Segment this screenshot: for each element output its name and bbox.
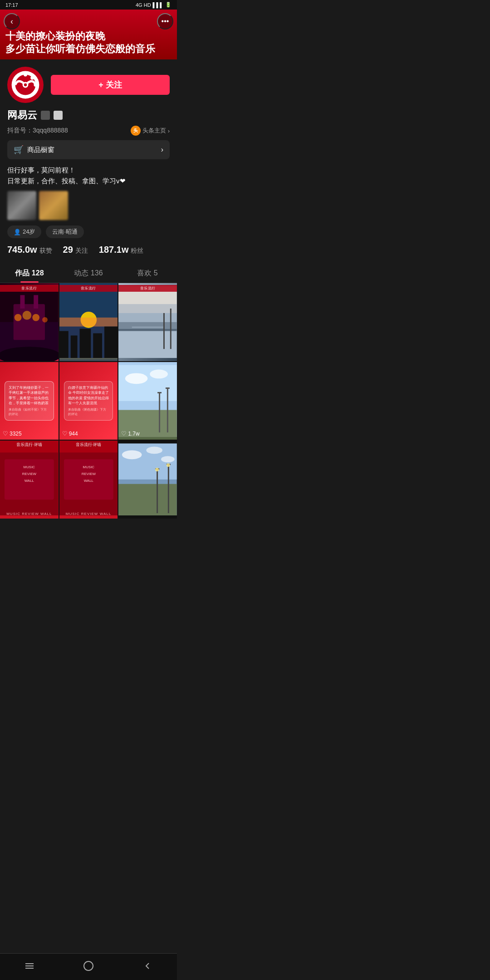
likes-count: 745.0w	[7, 245, 37, 255]
grid-item-4[interactable]: 又到了年抱锤炒栗子，一手烤红薯一手冰糖葫芦的季节，真希望一抬头你也在，手里捧着一…	[0, 362, 59, 440]
heart-icon-4: ♡	[3, 430, 8, 437]
likes-label: 获赞	[39, 247, 52, 255]
grid-item-6[interactable]: ♡ 1.7w	[118, 362, 177, 440]
profile-top: + 关注	[7, 67, 170, 103]
content-grid: 音乐流行 音乐流行	[0, 283, 177, 519]
svg-rect-26	[104, 327, 118, 358]
followers-label: 粉丝	[131, 247, 143, 255]
svg-text:REVIEW: REVIEW	[81, 472, 96, 476]
douyin-id-row: 抖音号：3qqq888888 头 头条主页 ›	[7, 126, 170, 136]
username-row: 网易云	[7, 108, 170, 122]
toutiao-icon: 头	[131, 126, 141, 136]
svg-point-37	[125, 373, 147, 384]
tab-dynamic[interactable]: 动态 136	[59, 262, 118, 283]
shop-label: 商品橱窗	[27, 146, 54, 154]
tags-row: 👤 24岁 云南·昭通	[7, 225, 170, 238]
blurred-image-2	[39, 191, 68, 220]
age-tag: 👤 24岁	[7, 225, 41, 238]
svg-point-3	[24, 73, 27, 77]
svg-rect-31	[132, 327, 163, 328]
bio-line2: 日常更新，合作、投稿、拿图、学习v❤	[7, 176, 170, 186]
svg-rect-32	[118, 304, 177, 322]
location-tag: 云南·昭通	[46, 225, 84, 238]
profile-section: + 关注 网易云 抖音号：3qqq888888 头 头条主页 › 🛒 商品橱窗 …	[0, 59, 177, 262]
following-label: 关注	[75, 247, 88, 255]
tab-works[interactable]: 作品 128	[0, 262, 59, 283]
like-count-4: ♡ 3325	[3, 430, 22, 437]
tab-likes[interactable]: 喜欢 5	[118, 262, 177, 283]
music-review-label-7: 音乐流行·评墙	[0, 441, 59, 449]
svg-point-14	[15, 314, 22, 321]
svg-point-60	[161, 456, 175, 462]
followers-stat[interactable]: 187.1w 粉丝	[99, 245, 144, 255]
douyin-id: 抖音号：3qqq888888	[7, 127, 68, 135]
shop-window[interactable]: 🛒 商品橱窗 ›	[7, 140, 170, 159]
status-icons: 4G HD ▌▌▌ 🔋	[136, 2, 172, 8]
grid-item-5[interactable]: 白嫖子故意下南疆许仙的伞 牛郎经织女洗澡拿走了他的衣裳 爱情的开始总得有一个人先…	[59, 362, 118, 440]
svg-rect-25	[93, 333, 102, 358]
night-highway-thumbnail	[118, 441, 177, 519]
music-label-3: 音乐流行	[118, 285, 177, 292]
like-count-5: ♡ 944	[62, 430, 78, 437]
netease-logo	[7, 67, 44, 103]
svg-rect-11	[14, 304, 45, 340]
follow-button[interactable]: + 关注	[51, 75, 170, 95]
svg-text:MUSIC: MUSIC	[83, 465, 94, 469]
svg-point-66	[155, 468, 159, 471]
svg-rect-41	[157, 392, 162, 393]
svg-point-59	[147, 447, 163, 454]
likes-stat: 745.0w 获赞	[7, 245, 52, 255]
svg-point-17	[42, 317, 48, 323]
svg-rect-40	[159, 392, 160, 432]
svg-rect-42	[167, 387, 168, 432]
followers-count: 187.1w	[99, 245, 129, 255]
svg-point-4	[30, 76, 34, 80]
avatar-container	[7, 67, 44, 103]
username: 网易云	[7, 108, 37, 122]
bio-line1: 但行好事，莫问前程！	[7, 165, 170, 176]
svg-rect-22	[59, 331, 69, 358]
verified-badge-white	[54, 111, 63, 120]
shop-chevron: ›	[161, 146, 163, 154]
following-count: 29	[63, 245, 73, 255]
network-indicator: 4G HD	[136, 2, 151, 8]
svg-rect-62	[157, 468, 158, 513]
music-review-label-8: 音乐流行·评墙	[59, 441, 118, 449]
verified-badge-gray	[41, 111, 50, 120]
following-stat[interactable]: 29 关注	[63, 245, 88, 255]
svg-rect-30	[118, 329, 177, 331]
grid-item-7[interactable]: 音乐流行·评墙 MUSIC REVIEW WALL MUSIC REVIEW W…	[0, 441, 59, 519]
like-count-6: ♡ 1.7w	[121, 430, 139, 437]
grid-item-9[interactable]	[118, 441, 177, 519]
stats-row: 745.0w 获赞 29 关注 187.1w 粉丝	[7, 245, 170, 262]
grid-item-3[interactable]: 音乐流行	[118, 283, 177, 361]
status-bar: 17:17 4G HD ▌▌▌ 🔋	[0, 0, 177, 10]
video-banner: ‹ 十美的撩心装扮的夜晚 多少苗让你听着仿佛失恋般的音乐 •••	[0, 10, 177, 59]
grid-item-2[interactable]: 音乐流行	[59, 283, 118, 361]
text-card-2: 白嫖子故意下南疆许仙的伞 牛郎经织女洗澡拿走了他的衣裳 爱情的开始总得有一个人先…	[64, 381, 113, 420]
svg-point-16	[32, 314, 39, 321]
text-card-1: 又到了年抱锤炒栗子，一手烤红薯一手冰糖葫芦的季节，真希望一抬头你也在，手里捧着一…	[5, 381, 54, 420]
toutiao-link[interactable]: 头 头条主页 ›	[131, 126, 170, 136]
bio: 但行好事，莫问前程！ 日常更新，合作、投稿、拿图、学习v❤	[7, 165, 170, 186]
svg-point-58	[122, 451, 142, 460]
svg-text:MUSIC: MUSIC	[24, 465, 35, 469]
grid-item-8[interactable]: 音乐流行·评墙 MUSIC REVIEW WALL MUSIC REVIEW W…	[59, 441, 118, 519]
time: 17:17	[5, 2, 18, 8]
blurred-images	[7, 191, 170, 220]
music-review-sublabel-8: MUSIC REVIEW WALL	[59, 512, 118, 516]
svg-rect-21	[59, 318, 118, 327]
svg-rect-64	[168, 464, 169, 513]
music-review-thumb-1: MUSIC REVIEW WALL	[0, 441, 59, 519]
more-button[interactable]: •••	[157, 13, 173, 29]
signal-icon: ▌▌▌	[153, 2, 163, 8]
shop-icon: 🛒	[14, 145, 24, 155]
person-icon: 👤	[14, 229, 21, 235]
svg-text:REVIEW: REVIEW	[22, 472, 37, 476]
music-review-thumb-2: MUSIC REVIEW WALL	[59, 441, 118, 519]
back-button[interactable]: ‹	[4, 13, 20, 29]
svg-rect-34	[170, 309, 172, 349]
grid-item-1[interactable]: 音乐流行	[0, 283, 59, 361]
svg-point-38	[150, 369, 168, 378]
music-review-sublabel-7: MUSIC REVIEW WALL	[0, 512, 59, 516]
